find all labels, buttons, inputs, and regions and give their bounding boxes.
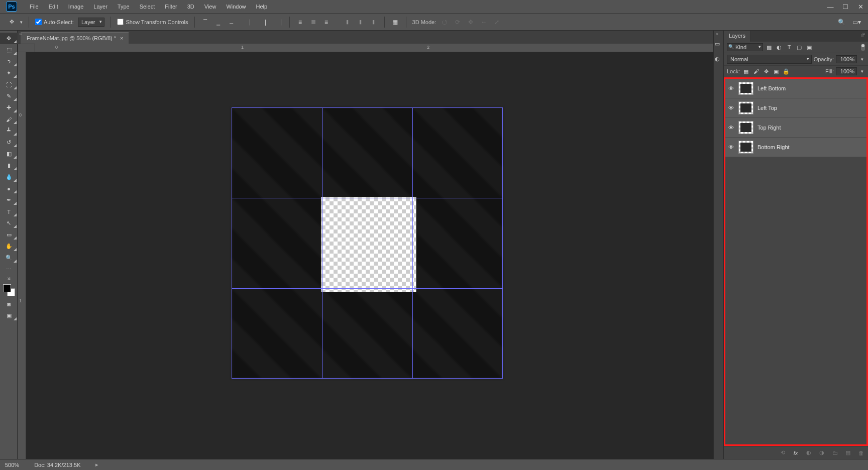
menu-3d[interactable]: 3D (182, 2, 199, 12)
auto-select-check[interactable] (35, 19, 42, 25)
distribute-top-icon[interactable]: ≡ (296, 18, 305, 26)
align-right-icon[interactable]: ⎹ (274, 18, 283, 26)
gradient-tool[interactable]: ▮ (0, 160, 18, 171)
properties-panel-icon[interactable]: ◐ (715, 56, 723, 64)
ruler-origin[interactable] (18, 44, 35, 52)
layers-tab[interactable]: Layers (724, 31, 751, 42)
menu-edit[interactable]: Edit (44, 2, 63, 12)
collapse-panels-icon[interactable]: » (862, 31, 865, 37)
align-hcenter-icon[interactable]: | (261, 18, 270, 26)
collapse-toolbar-icon[interactable]: » (19, 31, 24, 37)
link-layers-icon[interactable]: ⟲ (779, 449, 787, 457)
menu-select[interactable]: Select (135, 2, 160, 12)
rectangle-tool[interactable]: ▭ (0, 229, 18, 241)
history-panel-icon[interactable]: ▭ (715, 41, 723, 49)
history-brush-tool[interactable]: ↺ (0, 137, 18, 148)
layer-thumbnail[interactable] (738, 141, 753, 154)
workspace-switcher-icon[interactable]: ▭▾ (852, 18, 861, 26)
filter-kind-dropdown[interactable]: Kind (727, 43, 763, 51)
menu-view[interactable]: View (199, 2, 222, 12)
layer-mask-icon[interactable]: ◐ (805, 449, 813, 457)
fill-slider-icon[interactable]: ▾ (859, 69, 865, 74)
guide-h-bottom[interactable] (232, 378, 503, 379)
distribute-left-icon[interactable]: ⦀ (343, 18, 352, 26)
visibility-toggle-icon[interactable]: 👁 (727, 125, 734, 131)
path-selection-tool[interactable]: ↖ (0, 217, 18, 229)
distribute-vcenter-icon[interactable]: ≣ (309, 18, 318, 26)
adjustment-layer-icon[interactable]: ◑ (818, 449, 826, 457)
align-vcenter-icon[interactable]: ⎯ (214, 18, 223, 26)
canvas[interactable] (26, 52, 713, 459)
type-tool[interactable]: T (0, 206, 18, 217)
lock-all-icon[interactable]: 🔒 (782, 67, 790, 75)
foreground-color-swatch[interactable] (3, 284, 11, 292)
guide-v-2[interactable] (412, 107, 413, 379)
align-bottom-icon[interactable]: ⎽ (227, 18, 236, 26)
doc-info-menu-icon[interactable]: ▸ (95, 461, 98, 468)
layer-thumbnail[interactable] (738, 101, 753, 114)
distribute-bottom-icon[interactable]: ≡ (322, 18, 331, 26)
search-icon[interactable]: 🔍 (837, 18, 846, 26)
align-top-icon[interactable]: ⎺ (201, 18, 210, 26)
magic-wand-tool[interactable]: ✦ (0, 67, 18, 79)
guide-v-left[interactable] (232, 107, 232, 379)
layer-style-icon[interactable]: fx (792, 449, 800, 457)
document-tab[interactable]: FrameNoMat.jpg @ 500% (RGB/8) * × (21, 32, 129, 44)
new-group-icon[interactable]: 🗀 (831, 449, 839, 457)
zoom-tool[interactable]: 🔍 (0, 252, 18, 264)
layer-row[interactable]: 👁 Top Right (725, 118, 866, 138)
clone-stamp-tool[interactable]: ┻ (0, 125, 18, 137)
guide-h-1[interactable] (232, 198, 503, 198)
menu-filter[interactable]: Filter (160, 2, 182, 12)
menu-help[interactable]: Help (251, 2, 273, 12)
guide-v-right[interactable] (502, 107, 503, 379)
close-button[interactable]: ✕ (853, 0, 868, 13)
color-swatches[interactable] (0, 282, 17, 298)
menu-layer[interactable]: Layer (88, 2, 113, 12)
auto-align-icon[interactable]: ▦ (391, 18, 400, 26)
ruler-vertical[interactable]: 0 1 (18, 52, 26, 459)
doc-info[interactable]: Doc: 34.2K/213.5K (34, 462, 80, 468)
lock-artboard-icon[interactable]: ▣ (772, 67, 780, 75)
small-swap-icon[interactable]: ⤭ (0, 275, 18, 282)
lock-transparency-icon[interactable]: ▦ (742, 67, 750, 75)
lock-pixels-icon[interactable]: 🖌 (752, 67, 760, 75)
minimize-button[interactable]: — (823, 0, 838, 13)
eraser-tool[interactable]: ◧ (0, 148, 18, 160)
layer-row[interactable]: 👁 Left Bottom (725, 79, 866, 98)
auto-select-target-dropdown[interactable]: Layer (78, 18, 105, 27)
blur-tool[interactable]: 💧 (0, 171, 18, 183)
lock-position-icon[interactable]: ✥ (762, 67, 770, 75)
pen-tool[interactable]: ✒ (0, 194, 18, 206)
ruler-horizontal[interactable]: 0 1 2 (35, 44, 713, 52)
filter-type-icon[interactable]: T (785, 43, 793, 51)
dodge-tool[interactable]: ● (0, 183, 18, 194)
layer-row[interactable]: 👁 Bottom Right (725, 138, 866, 157)
layer-thumbnail[interactable] (738, 82, 753, 95)
move-tool[interactable]: ✥ (0, 33, 18, 44)
show-transform-controls-checkbox[interactable]: Show Transform Controls (117, 19, 188, 25)
quick-mask-toggle[interactable]: ◙ (0, 298, 18, 310)
new-layer-icon[interactable]: ▤ (844, 449, 852, 457)
hand-tool[interactable]: ✋ (0, 241, 18, 252)
layer-name[interactable]: Bottom Right (757, 144, 864, 150)
menu-window[interactable]: Window (221, 2, 251, 12)
guide-v-1[interactable] (322, 107, 322, 379)
distribute-right-icon[interactable]: ⦀ (369, 18, 378, 26)
collapse-dock-icon[interactable]: « (715, 31, 718, 37)
layer-name[interactable]: Left Bottom (757, 85, 864, 91)
visibility-toggle-icon[interactable]: 👁 (727, 85, 734, 91)
menu-type[interactable]: Type (113, 2, 135, 12)
zoom-level[interactable]: 500% (5, 462, 19, 468)
filter-adjustment-icon[interactable]: ◐ (775, 43, 783, 51)
opacity-input[interactable]: 100% (836, 55, 857, 63)
layer-row[interactable]: 👁 Left Top (725, 98, 866, 118)
delete-layer-icon[interactable]: 🗑 (857, 449, 865, 457)
distribute-hcenter-icon[interactable]: ⦀ (356, 18, 365, 26)
guide-h-2[interactable] (232, 288, 503, 289)
crop-tool[interactable]: ⛶ (0, 79, 18, 90)
marquee-tool[interactable]: ⬚ (0, 44, 18, 56)
filter-pixel-icon[interactable]: ▩ (765, 43, 773, 51)
screen-mode-toggle[interactable]: ▣ (0, 310, 18, 321)
layer-thumbnail[interactable] (738, 121, 753, 134)
